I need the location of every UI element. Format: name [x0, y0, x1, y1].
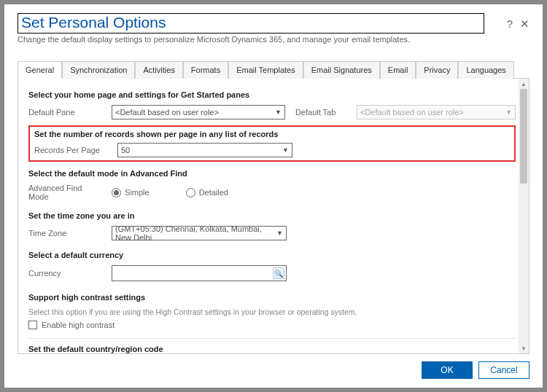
default-pane-value: <Default based on user role> — [115, 108, 219, 117]
contrast-hint: Select this option if you are using the … — [28, 307, 516, 316]
radio-detailed-label: Detailed — [199, 188, 228, 197]
enable-contrast-checkbox[interactable] — [28, 321, 37, 329]
default-pane-label: Default Pane — [28, 108, 101, 117]
scroll-thumb[interactable] — [520, 89, 527, 184]
records-per-page-value: 50 — [121, 146, 130, 154]
radio-simple-label: Simple — [125, 188, 150, 197]
dialog-subtitle: Change the default display settings to p… — [18, 35, 503, 44]
currency-lookup[interactable]: 🔍 — [112, 265, 287, 281]
tab-privacy[interactable]: Privacy — [416, 61, 458, 79]
section-advfind-title: Select the default mode in Advanced Find — [28, 169, 516, 178]
tab-synchronization[interactable]: Synchronization — [62, 61, 135, 79]
time-zone-select[interactable]: (GMT+05:30) Chennai, Kolkata, Mumbai, Ne… — [112, 226, 287, 240]
records-per-page-highlight: Set the number of records shown per page… — [28, 125, 516, 162]
chevron-down-icon: ▼ — [276, 230, 283, 237]
scroll-up-icon[interactable]: ▲ — [519, 79, 529, 89]
section-homepage-title: Select your home page and settings for G… — [28, 90, 516, 99]
dialog-title: Set Personal Options — [18, 13, 484, 34]
dialog-header: Set Personal Options Change the default … — [18, 13, 529, 44]
chevron-down-icon: ▼ — [505, 109, 512, 116]
default-tab-select[interactable]: <Default based on user role> ▼ — [357, 105, 516, 119]
tab-bar: General Synchronization Activities Forma… — [18, 61, 529, 79]
advfind-simple-radio[interactable]: Simple — [112, 188, 150, 197]
currency-label: Currency — [28, 269, 101, 278]
tab-formats[interactable]: Formats — [183, 61, 228, 79]
ok-button[interactable]: OK — [422, 361, 473, 379]
chevron-down-icon: ▼ — [282, 146, 289, 154]
default-tab-label: Default Tab — [295, 108, 346, 117]
enable-contrast-label: Enable high contrast — [42, 321, 115, 329]
cancel-button[interactable]: Cancel — [478, 361, 529, 379]
lookup-icon[interactable]: 🔍 — [273, 267, 284, 279]
advfind-mode-label: Advanced Find Mode — [28, 184, 101, 201]
tab-general[interactable]: General — [18, 61, 62, 79]
section-records-title: Set the number of records shown per page… — [34, 130, 510, 138]
advfind-detailed-radio[interactable]: Detailed — [186, 188, 228, 197]
records-per-page-label: Records Per Page — [34, 146, 107, 154]
content-pane: Select your home page and settings for G… — [18, 79, 529, 354]
section-currency-title: Select a default currency — [28, 251, 516, 259]
help-icon[interactable]: ? — [507, 17, 513, 31]
tab-email-signatures[interactable]: Email Signatures — [303, 61, 380, 79]
radio-icon — [112, 188, 121, 197]
scroll-down-icon[interactable]: ▼ — [519, 343, 529, 353]
chevron-down-icon: ▼ — [275, 109, 282, 116]
divider — [28, 338, 516, 339]
personal-options-dialog: Set Personal Options Change the default … — [4, 4, 543, 388]
tab-activities[interactable]: Activities — [135, 61, 182, 79]
time-zone-label: Time Zone — [28, 229, 101, 238]
close-icon[interactable]: ✕ — [520, 17, 529, 31]
section-country-title: Set the default country/region code — [28, 345, 516, 353]
default-pane-select[interactable]: <Default based on user role> ▼ — [112, 105, 285, 119]
time-zone-value: (GMT+05:30) Chennai, Kolkata, Mumbai, Ne… — [115, 224, 276, 242]
tab-email-templates[interactable]: Email Templates — [228, 61, 303, 79]
default-tab-value: <Default based on user role> — [360, 108, 464, 117]
tab-email[interactable]: Email — [380, 61, 416, 79]
radio-icon — [186, 188, 195, 197]
dialog-footer: OK Cancel — [18, 361, 529, 379]
records-per-page-select[interactable]: 50 ▼ — [117, 143, 292, 157]
section-tz-title: Set the time zone you are in — [28, 211, 516, 220]
scrollbar[interactable]: ▲ ▼ — [519, 79, 529, 353]
tab-languages[interactable]: Languages — [458, 61, 513, 79]
section-contrast-title: Support high contrast settings — [28, 293, 516, 302]
